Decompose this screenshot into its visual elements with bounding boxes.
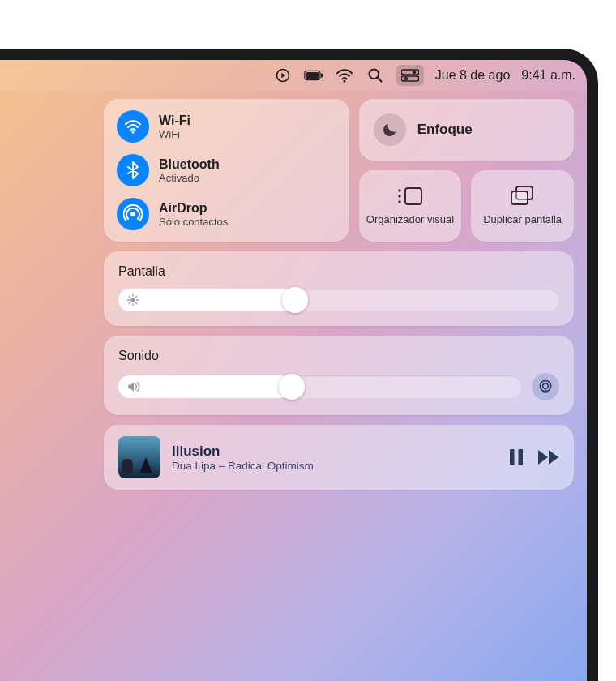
svg-rect-3 bbox=[321, 74, 323, 78]
svg-point-13 bbox=[398, 189, 400, 191]
bluetooth-toggle[interactable]: Bluetooth Activado bbox=[117, 154, 336, 186]
airdrop-icon bbox=[117, 198, 149, 230]
stage-manager-toggle[interactable]: Organizador visual bbox=[359, 170, 462, 242]
wifi-menubar-icon[interactable] bbox=[335, 66, 354, 85]
wifi-icon bbox=[117, 110, 149, 143]
svg-point-9 bbox=[404, 77, 408, 80]
screen-mirroring-icon bbox=[510, 186, 536, 207]
svg-rect-22 bbox=[519, 449, 524, 465]
brightness-title: Pantalla bbox=[118, 264, 559, 279]
speaker-icon bbox=[126, 380, 141, 393]
svg-point-18 bbox=[130, 298, 135, 302]
svg-rect-6 bbox=[401, 70, 419, 75]
svg-rect-17 bbox=[511, 191, 528, 204]
airdrop-toggle[interactable]: AirDrop Sólo contactos bbox=[117, 198, 336, 230]
pause-button[interactable] bbox=[509, 449, 524, 465]
svg-rect-2 bbox=[306, 72, 319, 79]
svg-point-7 bbox=[413, 71, 416, 74]
menubar-date[interactable]: Jue 8 de ago bbox=[435, 68, 511, 83]
svg-point-14 bbox=[398, 195, 400, 197]
control-center-icon[interactable] bbox=[396, 65, 424, 86]
sun-icon bbox=[126, 293, 139, 306]
focus-toggle[interactable]: Enfoque bbox=[359, 99, 574, 161]
svg-point-10 bbox=[132, 131, 135, 134]
screen-mirroring-toggle[interactable]: Duplicar pantalla bbox=[471, 170, 574, 242]
stage-manager-icon bbox=[396, 186, 424, 207]
brightness-slider[interactable] bbox=[118, 289, 559, 311]
brightness-knob[interactable] bbox=[282, 287, 308, 313]
track-title: Illusion bbox=[172, 443, 498, 460]
sound-card: Sonido bbox=[104, 336, 574, 415]
track-artist-album: Dua Lipa – Radical Optimism bbox=[172, 460, 498, 472]
wifi-title: Wi-Fi bbox=[159, 114, 190, 128]
moon-icon bbox=[374, 114, 406, 146]
svg-point-4 bbox=[343, 80, 345, 83]
airplay-audio-button[interactable] bbox=[532, 373, 559, 400]
control-center-panel: Wi-Fi WiFi Bluetooth Activado bbox=[104, 99, 574, 490]
bluetooth-icon bbox=[117, 154, 149, 186]
wifi-toggle[interactable]: Wi-Fi WiFi bbox=[117, 110, 336, 143]
now-playing-card[interactable]: Illusion Dua Lipa – Radical Optimism bbox=[104, 425, 574, 490]
brightness-card: Pantalla bbox=[104, 251, 574, 326]
stage-manager-label: Organizador visual bbox=[366, 213, 454, 226]
spotlight-search-icon[interactable] bbox=[366, 66, 385, 85]
volume-knob[interactable] bbox=[279, 374, 305, 400]
svg-point-15 bbox=[398, 200, 400, 203]
now-playing-menubar-icon[interactable] bbox=[273, 66, 293, 85]
volume-slider[interactable] bbox=[118, 375, 522, 398]
airdrop-title: AirDrop bbox=[159, 201, 228, 216]
focus-title: Enfoque bbox=[417, 122, 473, 138]
bluetooth-title: Bluetooth bbox=[159, 157, 220, 172]
svg-point-11 bbox=[130, 212, 135, 216]
menubar: Jue 8 de ago 9:41 a.m. bbox=[0, 60, 587, 91]
airdrop-status: Sólo contactos bbox=[159, 216, 228, 228]
svg-rect-8 bbox=[401, 76, 419, 81]
bluetooth-status: Activado bbox=[159, 172, 220, 184]
svg-point-20 bbox=[543, 383, 549, 389]
wifi-status: WiFi bbox=[159, 128, 190, 140]
sound-title: Sonido bbox=[118, 349, 559, 363]
battery-icon[interactable] bbox=[304, 66, 323, 85]
connectivity-card: Wi-Fi WiFi Bluetooth Activado bbox=[104, 99, 349, 242]
svg-rect-12 bbox=[405, 188, 421, 204]
svg-rect-21 bbox=[510, 449, 515, 465]
next-track-button[interactable] bbox=[538, 450, 559, 465]
screen-mirroring-label: Duplicar pantalla bbox=[483, 213, 562, 226]
album-art bbox=[118, 436, 160, 478]
menubar-time[interactable]: 9:41 a.m. bbox=[521, 68, 575, 83]
